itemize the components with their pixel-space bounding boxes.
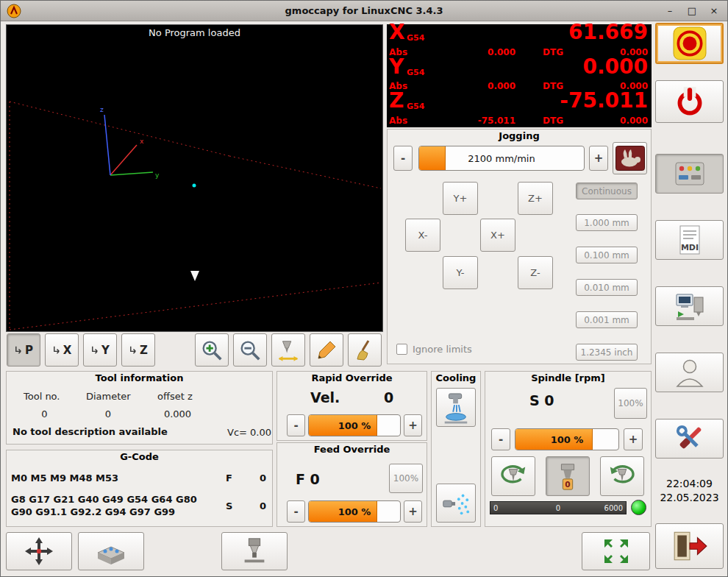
spindle-slider-label: 100 % — [515, 434, 618, 445]
dro-axis-x[interactable]: X G54 61.669 Abs 0.000 DTG 0.000 — [387, 24, 652, 59]
machine-on-button[interactable] — [655, 80, 724, 123]
edit-program-button[interactable] — [310, 333, 343, 367]
rapid-override-slider[interactable]: 100 % — [308, 414, 401, 436]
spindle-stop-zero: 0 — [565, 480, 570, 489]
jog-speed-slider[interactable]: 2100 mm/min — [418, 146, 585, 171]
increment-0001mm-button[interactable]: 0.001 mm — [576, 311, 638, 328]
mist-coolant-button[interactable] — [436, 484, 476, 523]
fullscreen-button[interactable] — [582, 532, 650, 570]
spindle-at-speed-led — [631, 500, 646, 515]
spindle-stop-button[interactable]: 0 — [546, 456, 590, 496]
close-icon[interactable]: × — [707, 3, 721, 18]
touch-off-button[interactable] — [6, 532, 72, 570]
abs-value: -75.011 — [431, 116, 515, 126]
f-value: 0 — [260, 472, 266, 484]
spindle-plus-button[interactable]: + — [624, 428, 643, 450]
mdi-mode-button[interactable]: MDI — [655, 220, 724, 260]
increment-001mm-button[interactable]: 0.010 mm — [576, 279, 638, 296]
jog-x-plus-button[interactable]: X+ — [480, 219, 515, 252]
increment-continuous-button[interactable]: Continuous — [576, 183, 638, 199]
view-arrow-icon — [129, 345, 138, 355]
spindle-ccw-button[interactable] — [491, 456, 535, 496]
offset-z-value: 0.000 — [157, 408, 198, 420]
view-z-button[interactable]: Z — [121, 333, 155, 367]
view-x-button[interactable]: X — [45, 333, 79, 367]
zoom-in-icon — [199, 338, 224, 363]
tool-cone-icon — [190, 271, 199, 281]
abs-label: Abs — [389, 116, 407, 126]
active-m-codes: M0 M5 M9 M48 M53 — [11, 472, 118, 484]
vc-value: Vc= 0.00 — [227, 427, 271, 438]
jog-speed-plus-button[interactable]: + — [589, 146, 608, 171]
spindle-reset-100-button[interactable]: 100% — [614, 388, 647, 419]
jog-z-plus-button[interactable]: Z+ — [518, 182, 553, 215]
window-title: gmoccapy for LinuxCNC 3.4.3 — [1, 5, 727, 16]
origin-axes-icon — [104, 115, 153, 175]
zoom-in-button[interactable] — [195, 333, 229, 367]
tool-dimensions-icon — [276, 338, 301, 363]
feed-label: F 0 — [296, 471, 320, 487]
dtg-value: 0.000 — [620, 116, 648, 126]
spindle-override-slider[interactable]: 100 % — [515, 428, 619, 450]
increment-1mm-button[interactable]: 1.000 mm — [576, 214, 638, 231]
s-label: S — [226, 500, 232, 511]
titlebar: gmoccapy for LinuxCNC 3.4.3 – □ × — [1, 1, 727, 21]
jog-y-minus-button[interactable]: Y- — [443, 256, 478, 289]
fullscreen-icon — [602, 537, 631, 566]
jog-z-minus-button[interactable]: Z- — [518, 256, 553, 289]
rapid-override-frame: Rapid Override Vel. 0 - 100 % + — [276, 371, 427, 441]
auto-mode-button[interactable] — [655, 286, 724, 326]
user-icon — [674, 356, 706, 389]
coord-system-label: G54 — [407, 102, 424, 111]
dro-axis-y[interactable]: Y G54 0.000 Abs 0.000 DTG 0.000 — [387, 59, 652, 93]
jog-y-plus-button[interactable]: Y+ — [443, 182, 478, 215]
tool-measure-button[interactable] — [221, 532, 288, 570]
spindle-ccw-icon — [495, 461, 532, 492]
gcode-title: G-Code — [7, 451, 272, 462]
maximize-icon[interactable]: □ — [685, 3, 699, 18]
spindle-cw-icon — [604, 461, 640, 492]
exit-button[interactable] — [655, 523, 724, 569]
dro-axis-z[interactable]: Z G54 -75.011 Abs -75.011 DTG 0.000 — [387, 93, 652, 127]
increment-01mm-button[interactable]: 0.100 mm — [576, 247, 638, 263]
dro-value: -75.011 — [560, 91, 648, 111]
jog-speed-minus-button[interactable]: - — [393, 146, 413, 171]
view-p-button[interactable]: P — [7, 333, 40, 367]
clock-time: 22:04:09 — [655, 478, 724, 489]
spindle-rpm-label: S 0 — [529, 392, 554, 408]
mist-icon — [440, 486, 471, 520]
estop-button[interactable] — [655, 23, 724, 64]
axes-arrows-icon — [24, 537, 54, 566]
rapid-minus-button[interactable]: - — [287, 414, 305, 436]
minimize-icon[interactable]: – — [663, 3, 677, 18]
flood-icon — [440, 391, 471, 425]
broom-icon — [353, 339, 377, 362]
jog-x-minus-button[interactable]: X- — [405, 219, 440, 252]
coord-system-label: G54 — [407, 68, 424, 77]
tool-dimensions-button[interactable] — [271, 333, 305, 367]
spindle-cw-button[interactable] — [600, 456, 644, 496]
flood-coolant-button[interactable] — [436, 388, 476, 427]
feed-plus-button[interactable]: + — [404, 500, 422, 523]
rapid-plus-button[interactable]: + — [404, 414, 422, 436]
view-arrow-icon — [14, 345, 24, 355]
clear-plot-button[interactable] — [348, 333, 382, 367]
feed-minus-button[interactable]: - — [287, 500, 305, 523]
spindle-minus-button[interactable]: - — [491, 428, 510, 450]
tools-icon — [674, 422, 706, 455]
manual-mode-button[interactable] — [655, 154, 724, 194]
ignore-limits-checkbox[interactable]: Ignore limits — [396, 344, 472, 355]
touch-inch-button[interactable]: 1.2345 inch — [576, 344, 638, 361]
preview-message: No Program loaded — [7, 27, 382, 38]
view-y-button[interactable]: Y — [83, 333, 117, 367]
jog-speed-rabbit-button[interactable] — [613, 142, 647, 174]
user-settings-button[interactable] — [655, 353, 724, 392]
feed-reset-100-button[interactable]: 100% — [389, 464, 423, 493]
zoom-out-button[interactable] — [233, 333, 267, 367]
f-label: F — [226, 472, 232, 484]
touch-plate-button[interactable] — [78, 532, 144, 570]
gremlin-preview[interactable]: x y z No Program loaded — [6, 24, 383, 332]
dtg-label: DTG — [543, 116, 563, 126]
feed-override-slider[interactable]: 100 % — [308, 500, 401, 523]
settings-tools-button[interactable] — [655, 419, 724, 459]
